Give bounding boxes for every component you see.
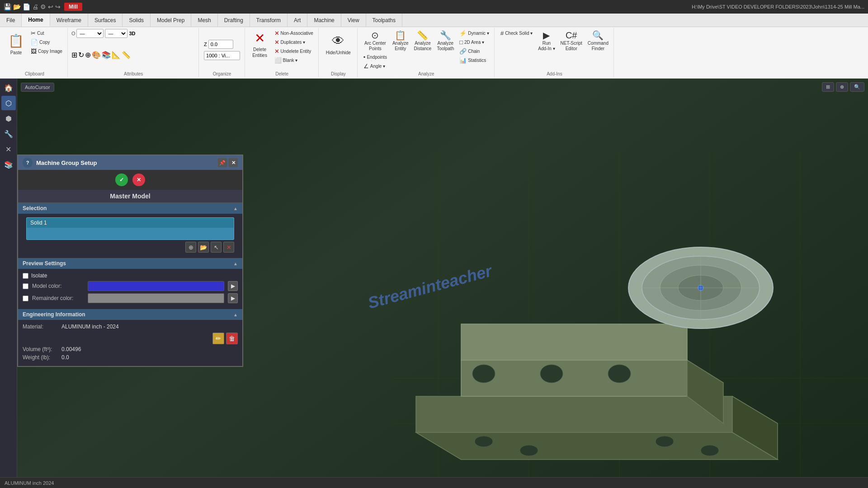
statistics-button[interactable]: 📊 Statistics <box>457 56 491 65</box>
line-width-select[interactable]: — <box>105 29 127 38</box>
lv-toolpath-button[interactable]: 🔧 <box>1 127 16 141</box>
lv-layers-button[interactable]: 📚 <box>1 157 16 172</box>
cut-button[interactable]: ✂ Cut <box>28 29 65 38</box>
save-icon[interactable]: 💾 <box>4 3 11 10</box>
svg-point-23 <box>608 365 631 383</box>
vp-axes-button[interactable]: ⊕ <box>836 82 848 92</box>
color-attr-icon[interactable]: 🎨 <box>92 51 101 59</box>
delete-material-button[interactable]: 🗑 <box>226 333 238 344</box>
print-icon[interactable]: 🖨 <box>32 3 38 10</box>
attr-icon2[interactable]: 📐 <box>112 51 121 59</box>
titlebar-icons[interactable]: 💾 📂 📄 🖨 ⚙ ↩ ↪ <box>4 3 61 10</box>
lv-solids-button[interactable]: ⬡ <box>1 96 16 110</box>
material-row: Material: ALUMINUM inch - 2024 <box>23 324 238 330</box>
tab-file[interactable]: File <box>0 14 22 27</box>
scale-input[interactable] <box>204 51 240 60</box>
blank-button[interactable]: ⬜ Blank ▾ <box>272 56 316 65</box>
command-finder-button[interactable]: 🔍 CommandFinder <box>585 29 611 52</box>
paste-button[interactable]: 📋 Paste <box>5 29 28 60</box>
vp-zoom-button[interactable]: 🔍 <box>850 82 864 92</box>
sel-select-button[interactable]: ↖ <box>211 242 222 253</box>
analyze-entity-button[interactable]: 📋 AnalyzeEntity <box>390 29 411 52</box>
tab-toolpaths[interactable]: Toolpaths <box>366 14 402 27</box>
tab-mesh[interactable]: Mesh <box>191 14 217 27</box>
lv-wireframe-button[interactable]: ⬢ <box>1 111 16 126</box>
two-d-area-button[interactable]: □ 2D Area ▾ <box>457 38 491 47</box>
machine-group-setup-dialog: ? Machine Group Setup 📌 ✕ ✓ ✕ Master Mod… <box>17 155 243 367</box>
sel-open-button[interactable]: 📂 <box>198 242 209 253</box>
undo-icon[interactable]: ↩ <box>48 3 53 10</box>
chain-button[interactable]: 🔗 Chain <box>457 47 491 56</box>
layer-icon[interactable]: 📚 <box>102 51 111 59</box>
autocursor-button[interactable]: AutoCursor <box>21 83 54 92</box>
preview-section-header[interactable]: Preview Settings ▲ <box>18 258 242 269</box>
check-solid-button[interactable]: # Check Solid ▾ <box>498 29 535 38</box>
left-toolbar: 🏠 ⬡ ⬢ 🔧 ✕ 📚 <box>0 79 17 488</box>
engineering-section-body: Material: ALUMINUM inch - 2024 ✏ 🗑 Volum… <box>18 320 242 366</box>
redo-icon[interactable]: ↪ <box>55 3 61 10</box>
move-icon[interactable]: ⊞ <box>71 51 77 59</box>
tab-machine[interactable]: Machine <box>307 14 341 27</box>
attr-icon3[interactable]: 📏 <box>122 51 131 59</box>
non-associative-button[interactable]: ✕ Non-Associative <box>272 29 316 38</box>
model-color-pick-button[interactable]: ▶ <box>228 281 238 291</box>
dialog-help-button[interactable]: ? <box>23 158 33 168</box>
sel-remove-button[interactable]: ✕ <box>223 242 234 253</box>
dynamic-button[interactable]: ⚡ Dynamic ▾ <box>457 29 491 38</box>
confirm-button[interactable]: ✓ <box>115 174 128 186</box>
hide-unhide-button[interactable]: 👁 Hide/Unhide <box>322 29 354 60</box>
lv-home-button[interactable]: 🏠 <box>1 80 16 95</box>
tab-transform[interactable]: Transform <box>250 14 288 27</box>
analyze-entity-label: AnalyzeEntity <box>392 41 409 52</box>
dialog-close-button[interactable]: ✕ <box>229 158 238 167</box>
remainder-color-checkbox[interactable] <box>23 296 28 301</box>
z-input[interactable] <box>208 40 233 49</box>
material-label: Material: <box>23 324 59 330</box>
point-style-label: O <box>71 31 75 36</box>
edit-material-button[interactable]: ✏ <box>212 333 224 344</box>
svg-point-17 <box>475 436 493 447</box>
solid-1-item[interactable]: Solid 1 <box>27 218 234 228</box>
copy-image-button[interactable]: 🖼 Copy Image <box>28 47 65 56</box>
remainder-color-swatch[interactable] <box>88 293 224 303</box>
tab-model-prep[interactable]: Model Prep <box>151 14 191 27</box>
selection-section-header[interactable]: Selection ▲ <box>18 203 242 214</box>
net-script-editor-button[interactable]: C# NET-ScriptEditor <box>558 29 585 52</box>
tab-solids[interactable]: Solids <box>123 14 151 27</box>
line-style-select[interactable]: — <box>76 29 104 38</box>
analyze-distance-button[interactable]: 📏 AnalyzeDistance <box>411 29 434 52</box>
isolate-checkbox[interactable] <box>23 273 28 279</box>
vp-grid-button[interactable]: ⊞ <box>822 82 834 92</box>
lv-planes-button[interactable]: ✕ <box>1 142 16 156</box>
check-solid-label: Check Solid ▾ <box>505 31 533 36</box>
tab-home[interactable]: Home <box>22 14 50 27</box>
tab-surfaces[interactable]: Surfaces <box>88 14 123 27</box>
tab-wireframe[interactable]: Wireframe <box>50 14 88 27</box>
delete-entities-button[interactable]: ✕ DeleteEntities <box>249 29 271 60</box>
duplicates-button[interactable]: ✕ Duplicates ▾ <box>272 38 316 47</box>
run-add-in-button[interactable]: ▶ RunAdd-In ▾ <box>536 29 557 52</box>
engineering-section-header[interactable]: Engineering Information ▲ <box>18 309 242 320</box>
rotate-icon[interactable]: ↻ <box>78 51 84 59</box>
copy-button[interactable]: 📄 Copy <box>28 38 65 47</box>
tab-drafting[interactable]: Drafting <box>218 14 250 27</box>
tab-art[interactable]: Art <box>288 14 307 27</box>
remainder-color-row: Remainder color: ▶ <box>23 293 238 303</box>
settings-icon[interactable]: ⚙ <box>40 3 46 10</box>
sel-add-button[interactable]: ⊕ <box>185 242 196 253</box>
endpoints-button[interactable]: • Endpoints <box>361 53 389 61</box>
remainder-color-pick-button[interactable]: ▶ <box>228 293 238 303</box>
scale-attr-icon[interactable]: ⊕ <box>85 51 91 59</box>
cancel-button[interactable]: ✕ <box>132 174 145 186</box>
model-color-checkbox[interactable] <box>23 283 28 289</box>
tab-view[interactable]: View <box>341 14 366 27</box>
undelete-entity-button[interactable]: ✕ Undelete Entity <box>272 47 316 56</box>
angle-button[interactable]: ∠ Angle ▾ <box>361 62 389 70</box>
model-color-swatch[interactable] <box>88 281 224 291</box>
ribbon-group-addins: # Check Solid ▾ ▶ RunAdd-In ▾ C# NET-Scr… <box>495 28 614 77</box>
new-icon[interactable]: 📄 <box>23 3 30 10</box>
analyze-toolpath-button[interactable]: 🔧 AnalyzeToolpath <box>434 29 456 52</box>
open-icon[interactable]: 📂 <box>13 3 21 10</box>
dialog-pin-button[interactable]: 📌 <box>218 158 227 167</box>
arc-center-points-button[interactable]: ⊙ Arc CenterPoints <box>361 29 389 52</box>
